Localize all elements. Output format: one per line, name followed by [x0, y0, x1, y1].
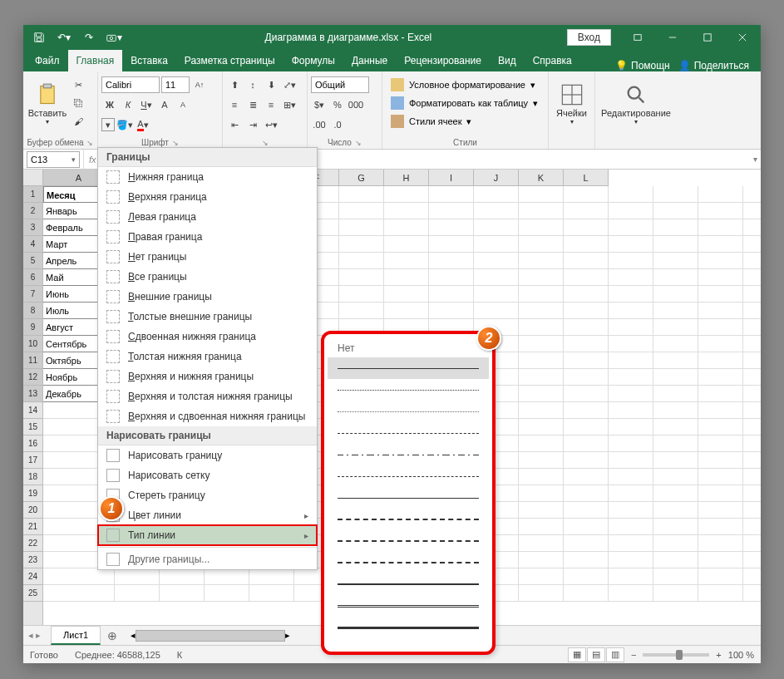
cell[interactable] [743, 236, 761, 253]
cell[interactable] [698, 352, 743, 369]
cell[interactable] [205, 568, 249, 585]
increase-decimal-icon[interactable]: .00 [311, 116, 328, 133]
cell[interactable] [564, 319, 609, 336]
signin-button[interactable]: Вход [567, 29, 611, 46]
cell[interactable] [384, 303, 429, 319]
cell[interactable] [339, 236, 384, 253]
cell[interactable] [609, 203, 653, 219]
border-menu-item[interactable]: Толстая нижняя граница [98, 347, 317, 367]
cell[interactable] [249, 585, 294, 602]
tab-data[interactable]: Данные [343, 50, 396, 71]
cell[interactable] [698, 253, 743, 269]
expand-formula-icon[interactable]: ▾ [750, 155, 761, 164]
border-menu-item[interactable]: Толстые внешние границы [98, 307, 317, 327]
column-header[interactable]: J [474, 170, 519, 185]
line-style-option[interactable] [328, 444, 489, 465]
cell[interactable] [519, 386, 564, 402]
cell[interactable] [698, 469, 743, 485]
tab-layout[interactable]: Разметка страницы [176, 50, 284, 71]
cell[interactable] [609, 552, 653, 568]
cell[interactable] [519, 519, 564, 535]
cell[interactable] [339, 203, 384, 219]
row-header[interactable]: 13 [23, 386, 42, 402]
row-header[interactable]: 18 [23, 469, 42, 485]
cell[interactable] [743, 369, 761, 386]
cell[interactable] [564, 269, 609, 286]
cell[interactable] [743, 303, 761, 319]
cell[interactable] [653, 369, 698, 386]
cell[interactable] [743, 219, 761, 236]
border-menu-item[interactable]: Нарисовать границу [98, 445, 317, 465]
currency-icon[interactable]: $▾ [311, 96, 328, 113]
select-all-corner[interactable] [23, 170, 43, 186]
cell[interactable] [653, 303, 698, 319]
cell[interactable] [609, 319, 653, 336]
cell[interactable] [429, 219, 474, 236]
cell[interactable] [429, 269, 474, 286]
line-style-option[interactable] [328, 401, 489, 422]
cell[interactable] [519, 452, 564, 469]
cell[interactable] [564, 236, 609, 253]
cell[interactable] [653, 236, 698, 253]
cell[interactable] [743, 552, 761, 568]
cell[interactable] [519, 236, 564, 253]
cell[interactable] [384, 186, 429, 203]
row-header[interactable]: 6 [23, 269, 42, 286]
tab-review[interactable]: Рецензирование [396, 50, 490, 71]
cell[interactable] [609, 303, 653, 319]
border-menu-item[interactable]: Сдвоенная нижняя граница [98, 327, 317, 347]
wrap-text-icon[interactable]: ↩▾ [263, 116, 279, 133]
cell[interactable] [698, 552, 743, 568]
cell[interactable] [519, 203, 564, 219]
cell[interactable] [653, 502, 698, 519]
cell[interactable] [609, 502, 653, 519]
align-center-icon[interactable]: ≣ [244, 96, 261, 113]
row-header[interactable]: 3 [23, 219, 42, 236]
editing-button[interactable]: Редактирование▾ [599, 76, 673, 131]
row-header[interactable]: 25 [23, 585, 42, 602]
tab-home[interactable]: Главная [68, 50, 123, 71]
border-menu-item[interactable]: Верхняя и нижняя границы [98, 367, 317, 386]
border-menu-item[interactable]: Правая граница [98, 227, 317, 247]
cell[interactable] [564, 203, 609, 219]
column-header[interactable]: K [519, 170, 564, 185]
decrease-decimal-icon[interactable]: .0 [329, 116, 346, 133]
cell[interactable] [698, 435, 743, 452]
format-as-table-button[interactable]: Форматировать как таблицу▾ [386, 95, 543, 111]
row-header[interactable]: 9 [23, 319, 42, 336]
line-style-option[interactable] [328, 357, 489, 379]
cell[interactable] [564, 552, 609, 568]
cell[interactable] [743, 419, 761, 435]
row-header[interactable]: 8 [23, 303, 42, 319]
border-menu-item[interactable]: Верхняя граница [98, 187, 317, 207]
fill-color-button[interactable]: 🪣▾ [116, 116, 133, 133]
cell[interactable] [519, 502, 564, 519]
cell[interactable] [384, 236, 429, 253]
cell[interactable] [743, 469, 761, 485]
format-painter-icon[interactable]: 🖌 [70, 113, 86, 130]
border-menu-item[interactable]: Другие границы... [98, 549, 317, 569]
cell[interactable] [564, 535, 609, 552]
font-family-select[interactable] [101, 76, 160, 93]
cell[interactable] [698, 203, 743, 219]
cell[interactable] [609, 369, 653, 386]
cell[interactable] [564, 519, 609, 535]
sheet-nav[interactable]: ◂ ▸ [23, 630, 46, 641]
cell[interactable] [519, 286, 564, 303]
cell[interactable] [564, 253, 609, 269]
cell[interactable] [160, 585, 205, 602]
cell[interactable] [429, 253, 474, 269]
cell[interactable] [564, 502, 609, 519]
cell[interactable] [519, 186, 564, 203]
cell[interactable] [698, 519, 743, 535]
line-style-option[interactable] [328, 509, 489, 530]
cell[interactable] [564, 369, 609, 386]
line-style-option[interactable] [328, 465, 489, 487]
cell[interactable] [564, 186, 609, 203]
row-header[interactable]: 23 [23, 552, 42, 568]
row-header[interactable]: 7 [23, 286, 42, 303]
cell[interactable] [698, 402, 743, 419]
zoom-in-button[interactable]: + [716, 650, 721, 660]
cell[interactable] [519, 219, 564, 236]
cell[interactable] [609, 352, 653, 369]
